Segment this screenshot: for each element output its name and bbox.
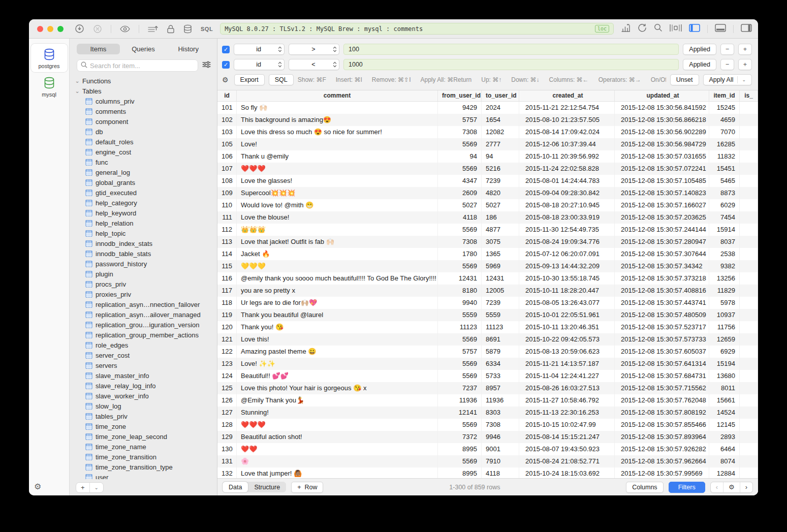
column-header-from_user_id[interactable]: from_user_id [438, 90, 482, 101]
column-header-item_id[interactable]: item_id [709, 90, 740, 101]
cell-from_user_id[interactable]: 7308 [438, 236, 482, 248]
cell-created_at[interactable]: 2015-10-11 13:20:46.351 [519, 321, 615, 333]
cell-comment[interactable]: Love that jumper! 🙆🏽 [237, 467, 438, 478]
cell-item_id[interactable]: 6929 [709, 346, 740, 358]
export-button[interactable]: Export [234, 74, 265, 85]
cell-item_id[interactable]: 12884 [709, 467, 740, 478]
cell-to_user_id[interactable]: 4877 [482, 224, 519, 236]
column-header-id[interactable]: id [217, 90, 237, 101]
table-row[interactable]: 107❤️❤️❤️556952162015-11-24 22:02:58.828… [217, 163, 758, 175]
cell-item_id[interactable]: 14524 [709, 406, 740, 419]
cell-is_[interactable] [740, 150, 758, 163]
cell-created_at[interactable]: 2015-08-18 20:27:10.945 [519, 199, 615, 211]
cell-item_id[interactable]: 15194 [709, 358, 740, 370]
cell-comment[interactable]: @emily thank you soooo much beautiful!!!… [237, 272, 438, 285]
filter-value-input[interactable] [343, 44, 679, 55]
cell-updated_at[interactable]: 2015-12-08 15:30:57.408816 [615, 285, 709, 297]
cell-created_at[interactable]: 2015-10-15 10:02:47.99 [519, 419, 615, 431]
cell-from_user_id[interactable]: 5569 [438, 370, 482, 382]
cell-from_user_id[interactable]: 5569 [438, 138, 482, 150]
cell-created_at[interactable]: 2015-08-05 13:26:43.077 [519, 297, 615, 309]
cell-item_id[interactable]: 15451 [709, 163, 740, 175]
cell-to_user_id[interactable]: 2777 [482, 138, 519, 150]
cell-updated_at[interactable]: 2015-12-08 15:30:57.203625 [615, 211, 709, 224]
cell-updated_at[interactable]: 2015-12-08 15:30:57.480509 [615, 309, 709, 321]
sidebar-item-gtid_executed[interactable]: gtid_executed [75, 187, 214, 198]
cell-created_at[interactable]: 2015-08-18 23:00:33.919 [519, 211, 615, 224]
cell-updated_at[interactable]: 2015-12-08 15:30:57.443741 [615, 297, 709, 309]
cell-to_user_id[interactable]: 5969 [482, 260, 519, 272]
column-header-updated_at[interactable]: updated_at [615, 90, 709, 101]
cell-item_id[interactable]: 8873 [709, 187, 740, 199]
table-row[interactable]: 106Thank u @emily94942015-10-11 20:39:56… [217, 150, 758, 163]
cell-to_user_id[interactable]: 2024 [482, 102, 519, 114]
cell-comment[interactable]: This background is amazing😍 [237, 114, 438, 126]
cell-id[interactable]: 108 [217, 175, 237, 187]
sidebar-item-innodb_index_stats[interactable]: innodb_index_stats [75, 238, 214, 248]
cell-comment[interactable]: Thank u @emily [237, 150, 438, 163]
table-row[interactable]: 112👑👑👑556948772015-11-30 12:54:49.735201… [217, 224, 758, 236]
cell-created_at[interactable]: 2015-09-04 09:28:30.842 [519, 187, 615, 199]
cell-comment[interactable]: Love this photo! Your hair is gorgeous 😘… [237, 382, 438, 394]
cell-is_[interactable] [740, 224, 758, 236]
table-row[interactable]: 124Beautiful!! 💕💕556957332015-11-04 12:2… [217, 370, 758, 382]
sidebar-item-slave_master_info[interactable]: slave_master_info [75, 370, 214, 381]
add-filter-button[interactable]: + [738, 59, 752, 70]
sidebar-item-time_zone[interactable]: time_zone [75, 421, 214, 431]
table-row[interactable]: 121Love this!556986912015-10-22 09:42:05… [217, 333, 758, 346]
cell-to_user_id[interactable]: 94 [482, 150, 519, 163]
column-header-comment[interactable]: comment [237, 90, 438, 101]
cell-created_at[interactable]: 2015-10-01 22:05:51.961 [519, 309, 615, 321]
cell-id[interactable]: 110 [217, 199, 237, 211]
cell-from_user_id[interactable]: 4347 [438, 175, 482, 187]
sidebar-item-server_cost[interactable]: server_cost [75, 350, 214, 360]
cell-comment[interactable]: So fly 🙌🏻 [237, 102, 438, 114]
table-row[interactable]: 119Thank you beautiful @laurel5559555920… [217, 309, 758, 321]
cell-id[interactable]: 106 [217, 150, 237, 163]
cell-item_id[interactable]: 8074 [709, 455, 740, 467]
sidebar-item-procs_priv[interactable]: procs_priv [75, 279, 214, 289]
table-row[interactable]: 117you are so pretty x8180120052015-10-1… [217, 285, 758, 297]
cell-comment[interactable]: Amazing pastel theme 😀 [237, 346, 438, 358]
table-row[interactable]: 132Love that jumper! 🙆🏽899541182015-10-2… [217, 467, 758, 478]
filter-value-input[interactable] [343, 59, 679, 70]
cell-from_user_id[interactable]: 5757 [438, 114, 482, 126]
add-item-button[interactable]: + [76, 483, 89, 492]
cell-item_id[interactable]: 11832 [709, 150, 740, 163]
cell-updated_at[interactable]: 2015-12-08 15:30:57.893964 [615, 431, 709, 443]
cell-id[interactable]: 125 [217, 382, 237, 394]
cell-from_user_id[interactable]: 8995 [438, 467, 482, 478]
sidebar-item-global_grants[interactable]: global_grants [75, 177, 214, 187]
cell-created_at[interactable]: 2015-11-04 12:24:41.227 [519, 370, 615, 382]
cell-from_user_id[interactable]: 7372 [438, 431, 482, 443]
cell-comment[interactable]: 💛💛💛 [237, 260, 438, 272]
cell-from_user_id[interactable]: 5569 [438, 163, 482, 175]
cell-updated_at[interactable]: 2015-12-08 15:30:57.031655 [615, 150, 709, 163]
chart-icon[interactable] [621, 23, 631, 34]
filter-operator-select[interactable]: < [289, 59, 339, 70]
cell-comment[interactable]: ❤️❤️❤️ [237, 419, 438, 431]
cell-from_user_id[interactable]: 5569 [438, 333, 482, 346]
cell-to_user_id[interactable]: 4118 [482, 467, 519, 478]
cell-to_user_id[interactable]: 7239 [482, 175, 519, 187]
cell-created_at[interactable]: 2015-08-07 19:43:50.923 [519, 443, 615, 455]
cell-updated_at[interactable]: 2015-12-08 15:30:56.984729 [615, 138, 709, 150]
cell-id[interactable]: 115 [217, 260, 237, 272]
cell-from_user_id[interactable]: 11123 [438, 321, 482, 333]
sidebar-item-replication_grou…iguration_version[interactable]: replication_grou…iguration_version [75, 320, 214, 330]
cell-item_id[interactable]: 13256 [709, 272, 740, 285]
sidebar-item-slave_worker_info[interactable]: slave_worker_info [75, 391, 214, 401]
cell-created_at[interactable]: 2015-10-22 09:42:05.573 [519, 333, 615, 346]
sidebar-item-help_topic[interactable]: help_topic [75, 228, 214, 238]
sidebar-item-func[interactable]: func [75, 157, 214, 167]
cell-is_[interactable] [740, 114, 758, 126]
cell-from_user_id[interactable]: 8180 [438, 285, 482, 297]
cell-id[interactable]: 123 [217, 358, 237, 370]
cell-from_user_id[interactable]: 12141 [438, 406, 482, 419]
cell-created_at[interactable]: 2015-08-14 15:15:21.247 [519, 431, 615, 443]
sql-editor-icon[interactable]: SQL [201, 26, 213, 32]
cell-comment[interactable]: @Emily Thank you💃 [237, 394, 438, 406]
cell-updated_at[interactable]: 2015-12-08 15:30:57.244144 [615, 224, 709, 236]
table-row[interactable]: 118Ur legs are to die for🙌🏼💖994072392015… [217, 297, 758, 309]
cell-from_user_id[interactable]: 7308 [438, 126, 482, 138]
